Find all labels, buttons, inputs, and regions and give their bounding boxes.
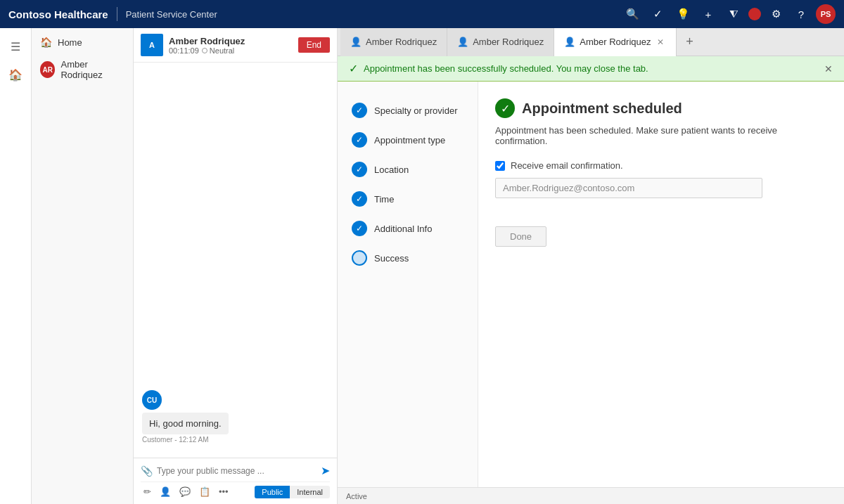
contact-nav-label: Amber Rodriquez [60,59,124,80]
tab-2[interactable]: 👤 Amber Rodriquez [447,28,554,56]
end-call-button[interactable]: End [298,37,330,53]
conv-input-row: 📎 ➤ [141,464,330,477]
add-icon[interactable]: + [698,4,719,25]
message-avatar: CU [142,390,162,410]
conv-timer: 00:11:09 [169,46,199,55]
step-location[interactable]: ✓ Location [338,155,478,184]
tab-3-close[interactable]: ✕ [655,37,666,48]
step-success-label: Success [374,253,409,264]
email-input[interactable] [495,178,762,198]
banner-close-button[interactable]: ✕ [824,63,833,75]
status-bar: Active [338,487,844,504]
tab-1-person-icon: 👤 [350,37,362,47]
tab-3-person-icon: 👤 [564,37,575,47]
compose-icon[interactable]: ✏ [141,485,154,498]
step-appointment-icon: ✓ [352,132,367,148]
comments-icon[interactable]: 💬 [177,485,193,498]
success-banner: ✓ Appointment has been successfully sche… [338,56,844,82]
wizard-detail-layout: ✓ Specialty or provider ✓ Appointment ty… [338,82,844,487]
message-text: Hi, good morning. [142,413,229,434]
conv-toolbar: ✏ 👤 💬 📋 ••• Public Internal [141,482,330,498]
home-nav-item[interactable]: 🏠 Home [32,31,133,53]
step-additional-icon: ✓ [352,221,367,236]
contact-nav-item[interactable]: AR Amber Rodriquez [32,53,133,86]
step-appointment-type[interactable]: ✓ Appointment type [338,125,478,155]
banner-check-icon: ✓ [349,62,358,75]
left-sidebar: ☰ 🏠 [0,28,32,504]
conv-header: A Amber Rodriquez 00:11:09 Neutral End [134,28,337,63]
tab-1[interactable]: 👤 Amber Rodriquez [340,28,447,56]
step-success[interactable]: Success [338,243,478,273]
conv-body: CU Hi, good morning. Customer - 12:12 AM [134,63,337,458]
conv-input-area: 📎 ➤ ✏ 👤 💬 📋 ••• Public Internal [134,458,337,504]
conversation-panel: A Amber Rodriquez 00:11:09 Neutral End C… [134,28,338,504]
detail-title: Appointment scheduled [522,101,682,117]
main-layout: ☰ 🏠 🏠 Home AR Amber Rodriquez A Amber Ro… [0,28,844,504]
internal-button[interactable]: Internal [290,486,330,498]
email-confirm-checkbox[interactable] [495,161,505,171]
tabs-bar: 👤 Amber Rodriquez 👤 Amber Rodriquez 👤 Am… [338,28,844,56]
attach-icon[interactable]: 📎 [141,465,153,477]
main-content: 👤 Amber Rodriquez 👤 Amber Rodriquez 👤 Am… [338,28,844,504]
message-bubble: CU Hi, good morning. Customer - 12:12 AM [142,390,229,444]
step-additional-info[interactable]: ✓ Additional Info [338,214,478,243]
appointment-check-icon: ✓ [495,98,515,118]
detail-subtitle: Appointment has been scheduled. Make sur… [495,125,827,146]
detail-title-row: ✓ Appointment scheduled [495,98,827,118]
top-nav: Contoso Healthcare Patient Service Cente… [0,0,844,28]
detail-panel: ✓ Appointment scheduled Appointment has … [478,82,844,487]
wizard-steps: ✓ Specialty or provider ✓ Appointment ty… [338,82,478,487]
home-nav-icon: 🏠 [40,37,52,48]
nav-divider [117,7,117,21]
tab-add-button[interactable]: + [677,30,702,55]
brand-title: Contoso Healthcare [8,8,108,20]
top-nav-icons: 🔍 ✓ 💡 + ⧨ ⚙ ? PS [622,4,836,25]
hamburger-menu[interactable]: ☰ [3,34,28,59]
home-icon[interactable]: 🏠 [3,62,28,87]
tab-2-label: Amber Rodriquez [473,37,544,47]
step-time[interactable]: ✓ Time [338,184,478,214]
status-dot [202,48,207,53]
step-additional-label: Additional Info [374,224,432,234]
help-icon[interactable]: ? [791,4,812,25]
message-input[interactable] [157,466,316,476]
tab-3[interactable]: 👤 Amber Rodriquez ✕ [554,28,677,56]
visibility-toggle: Public Internal [255,486,330,498]
send-button[interactable]: ➤ [321,464,330,477]
conv-avatar: A [141,34,163,56]
conv-name: Amber Rodriquez [169,36,293,46]
status-label: Active [346,492,367,500]
contact-avatar: AR [40,61,55,78]
nav-panel: 🏠 Home AR Amber Rodriquez [32,28,134,504]
step-specialty-label: Specialty or provider [374,105,458,116]
done-button[interactable]: Done [495,226,546,247]
step-location-icon: ✓ [352,162,367,177]
notes-icon[interactable]: 📋 [196,485,213,498]
banner-text: Appointment has been successfully schedu… [364,63,648,74]
step-specialty[interactable]: ✓ Specialty or provider [338,96,478,125]
conv-info: Amber Rodriquez 00:11:09 Neutral [169,36,293,55]
tab-3-label: Amber Rodriquez [580,37,651,47]
status-label: Neutral [210,46,234,55]
step-success-icon [352,250,367,266]
filter-icon[interactable]: ⧨ [723,4,744,25]
public-button[interactable]: Public [255,486,290,498]
user-avatar[interactable]: PS [816,4,836,24]
nav-subtitle: Patient Service Center [126,9,217,20]
search-icon[interactable]: 🔍 [622,4,643,25]
conv-meta: 00:11:09 Neutral [169,46,293,55]
more-options-icon[interactable]: ••• [216,485,231,498]
step-appointment-label: Appointment type [374,135,445,146]
tab-1-label: Amber Rodriquez [366,37,437,47]
step-time-icon: ✓ [352,191,367,207]
lightbulb-icon[interactable]: 💡 [672,4,693,25]
status-badge: Neutral [202,46,234,55]
step-specialty-icon: ✓ [352,103,367,118]
notification-dot[interactable] [748,8,761,20]
settings-icon[interactable]: ⚙ [765,4,786,25]
message-time: Customer - 12:12 AM [142,436,229,444]
step-time-label: Time [374,194,394,205]
person-add-icon[interactable]: 👤 [157,485,174,498]
tab-2-person-icon: 👤 [457,37,468,47]
checkmark-circle-icon[interactable]: ✓ [647,4,668,25]
